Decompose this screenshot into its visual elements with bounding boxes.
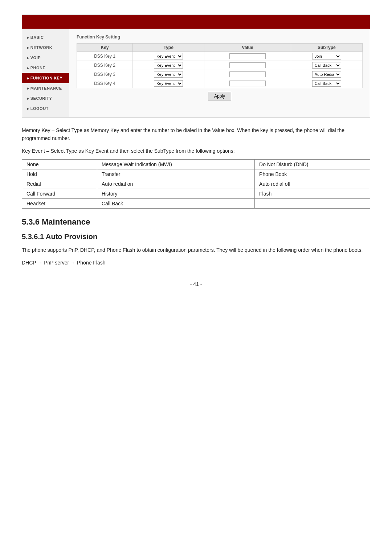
dss-key-4-type[interactable]: Key Event — [133, 79, 204, 88]
dss-key-1-subtype[interactable]: Join — [291, 52, 362, 61]
dss-key-4-label: DSS Key 4 — [77, 79, 133, 88]
options-table: None Message Wait Indication (MWI) Do No… — [22, 159, 370, 209]
sidebar-item-security[interactable]: SECURITY — [22, 93, 69, 103]
sidebar-item-maintenance[interactable]: MAINTENANCE — [22, 83, 69, 93]
page-number: - 41 - — [22, 281, 370, 287]
option-callback: Call Back — [97, 199, 254, 209]
dss-key-1-subtype-select[interactable]: Join — [312, 53, 341, 59]
options-row-1: None Message Wait Indication (MWI) Do No… — [22, 160, 370, 169]
dss-key-2-value[interactable] — [204, 61, 291, 70]
options-row-4: Call Forward History Flash — [22, 189, 370, 199]
dss-key-3-subtype-select[interactable]: Auto Redial On — [312, 71, 341, 78]
sidebar: BASIC NETWORK VOIP PHONE FUNCTION KEY MA… — [22, 29, 69, 117]
dss-key-3-value[interactable] — [204, 70, 291, 79]
col-header-key: Key — [77, 44, 133, 52]
section-5361-heading: 5.3.6.1 Auto Provision — [22, 233, 370, 241]
table-row: DSS Key 2 Key Event Call Back — [77, 61, 363, 70]
main-content: Function Key Setting Key Type Value SubT… — [69, 29, 370, 117]
dss-key-2-type-select[interactable]: Key Event — [154, 62, 183, 69]
table-row: DSS Key 1 Key Event Join — [77, 52, 363, 61]
sidebar-item-functionkey[interactable]: FUNCTION KEY — [22, 73, 69, 83]
option-history: History — [97, 189, 254, 199]
col-header-subtype: SubType — [291, 44, 362, 52]
dss-key-4-value-input[interactable] — [229, 81, 266, 86]
dss-key-2-value-input[interactable] — [229, 62, 266, 68]
dss-key-3-value-input[interactable] — [229, 71, 266, 77]
auto-provision-text2: DHCP → PnP server → Phone Flash — [22, 259, 370, 267]
sidebar-item-network[interactable]: NETWORK — [22, 42, 69, 53]
dss-key-2-subtype[interactable]: Call Back — [291, 61, 362, 70]
options-row-5: Headset Call Back — [22, 199, 370, 209]
dss-key-1-label: DSS Key 1 — [77, 52, 133, 61]
dss-key-2-subtype-select[interactable]: Call Back — [312, 62, 341, 69]
function-key-table: Key Type Value SubType DSS Key 1 Key Eve… — [77, 43, 363, 88]
dss-key-1-type-select[interactable]: Key Event — [154, 53, 183, 59]
dss-key-3-type-select[interactable]: Key Event — [154, 71, 183, 78]
option-none: None — [22, 160, 97, 169]
sidebar-item-logout[interactable]: LOGOUT — [22, 103, 69, 114]
col-header-type: Type — [133, 44, 204, 52]
panel-header — [22, 15, 370, 29]
dss-key-1-value[interactable] — [204, 52, 291, 61]
option-flash: Flash — [255, 189, 370, 199]
table-row: DSS Key 4 Key Event Call Back — [77, 79, 363, 88]
panel-tab — [26, 20, 40, 23]
dss-key-4-subtype[interactable]: Call Back — [291, 79, 362, 88]
panel-body: BASIC NETWORK VOIP PHONE FUNCTION KEY MA… — [22, 29, 370, 117]
dss-key-1-type[interactable]: Key Event — [133, 52, 204, 61]
dss-key-3-subtype[interactable]: Auto Redial On — [291, 70, 362, 79]
description-paragraph1: Memory Key – Select Type as Memory Key a… — [22, 126, 370, 143]
option-callforward: Call Forward — [22, 189, 97, 199]
options-row-3: Redial Auto redial on Auto redial off — [22, 179, 370, 189]
dss-key-4-type-select[interactable]: Key Event — [154, 80, 183, 87]
section-536-heading: 5.3.6 Maintenance — [22, 217, 370, 227]
function-key-section-title: Function Key Setting — [77, 34, 363, 40]
ui-panel: BASIC NETWORK VOIP PHONE FUNCTION KEY MA… — [22, 15, 370, 118]
auto-provision-text1: The phone supports PnP, DHCP, and Phone … — [22, 246, 370, 254]
option-autoredial-off: Auto redial off — [255, 179, 370, 189]
dss-key-4-value[interactable] — [204, 79, 291, 88]
option-phonebook: Phone Book — [255, 169, 370, 179]
dss-key-1-value-input[interactable] — [229, 53, 266, 59]
dss-key-2-label: DSS Key 2 — [77, 61, 133, 70]
options-row-2: Hold Transfer Phone Book — [22, 169, 370, 179]
option-redial: Redial — [22, 179, 97, 189]
description-paragraph2: Key Event – Select Type as Key Event and… — [22, 147, 370, 155]
option-dnd: Do Not Disturb (DND) — [255, 160, 370, 169]
option-transfer: Transfer — [97, 169, 254, 179]
sidebar-item-phone[interactable]: PHONE — [22, 63, 69, 73]
sidebar-item-voip[interactable]: VOIP — [22, 53, 69, 63]
option-empty — [255, 199, 370, 209]
dss-key-3-type[interactable]: Key Event — [133, 70, 204, 79]
sidebar-item-basic[interactable]: BASIC — [22, 32, 69, 42]
option-autoredial-on: Auto redial on — [97, 179, 254, 189]
dss-key-3-label: DSS Key 3 — [77, 70, 133, 79]
dss-key-4-subtype-select[interactable]: Call Back — [312, 80, 341, 87]
col-header-value: Value — [204, 44, 291, 52]
option-mwi: Message Wait Indication (MWI) — [97, 160, 254, 169]
option-hold: Hold — [22, 169, 97, 179]
option-headset: Headset — [22, 199, 97, 209]
table-row: DSS Key 3 Key Event Auto Redial On — [77, 70, 363, 79]
dss-key-2-type[interactable]: Key Event — [133, 61, 204, 70]
apply-button[interactable]: Apply — [208, 92, 231, 100]
